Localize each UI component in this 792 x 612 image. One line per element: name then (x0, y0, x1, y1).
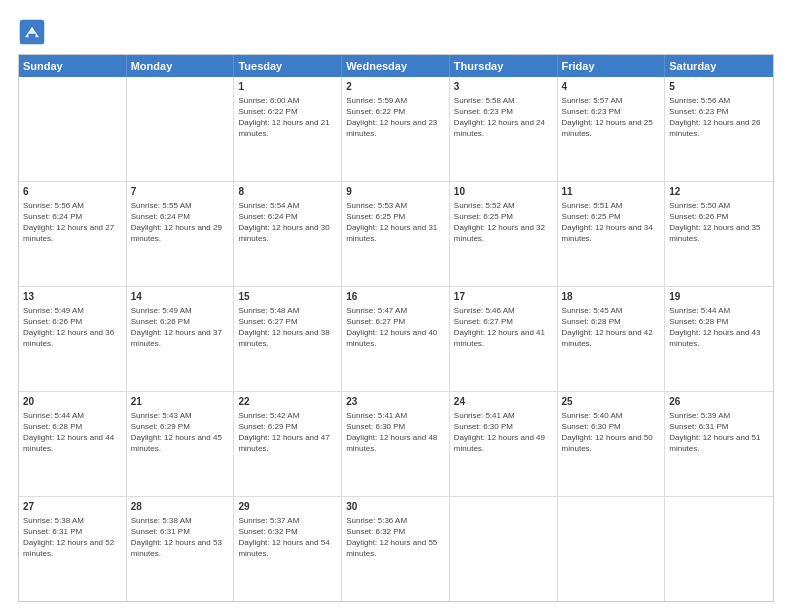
cell-details: Sunrise: 6:00 AMSunset: 6:22 PMDaylight:… (238, 95, 337, 140)
day-number: 10 (454, 185, 553, 199)
day-number: 11 (562, 185, 661, 199)
day-number: 26 (669, 395, 769, 409)
header-cell-thursday: Thursday (450, 55, 558, 77)
cell-details: Sunrise: 5:58 AMSunset: 6:23 PMDaylight:… (454, 95, 553, 140)
cell-details: Sunrise: 5:56 AMSunset: 6:24 PMDaylight:… (23, 200, 122, 245)
cal-cell: 26Sunrise: 5:39 AMSunset: 6:31 PMDayligh… (665, 392, 773, 496)
cell-details: Sunrise: 5:44 AMSunset: 6:28 PMDaylight:… (669, 305, 769, 350)
cal-cell: 1Sunrise: 6:00 AMSunset: 6:22 PMDaylight… (234, 77, 342, 181)
cal-cell: 30Sunrise: 5:36 AMSunset: 6:32 PMDayligh… (342, 497, 450, 601)
cell-details: Sunrise: 5:52 AMSunset: 6:25 PMDaylight:… (454, 200, 553, 245)
cal-cell (127, 77, 235, 181)
cal-cell: 13Sunrise: 5:49 AMSunset: 6:26 PMDayligh… (19, 287, 127, 391)
calendar-body: 1Sunrise: 6:00 AMSunset: 6:22 PMDaylight… (19, 77, 773, 601)
cell-details: Sunrise: 5:41 AMSunset: 6:30 PMDaylight:… (346, 410, 445, 455)
cal-cell: 19Sunrise: 5:44 AMSunset: 6:28 PMDayligh… (665, 287, 773, 391)
cell-details: Sunrise: 5:59 AMSunset: 6:22 PMDaylight:… (346, 95, 445, 140)
day-number: 30 (346, 500, 445, 514)
day-number: 16 (346, 290, 445, 304)
day-number: 8 (238, 185, 337, 199)
cal-cell: 27Sunrise: 5:38 AMSunset: 6:31 PMDayligh… (19, 497, 127, 601)
day-number: 4 (562, 80, 661, 94)
cal-cell: 12Sunrise: 5:50 AMSunset: 6:26 PMDayligh… (665, 182, 773, 286)
cal-cell: 2Sunrise: 5:59 AMSunset: 6:22 PMDaylight… (342, 77, 450, 181)
week-row-3: 13Sunrise: 5:49 AMSunset: 6:26 PMDayligh… (19, 286, 773, 391)
page: SundayMondayTuesdayWednesdayThursdayFrid… (0, 0, 792, 612)
cell-details: Sunrise: 5:45 AMSunset: 6:28 PMDaylight:… (562, 305, 661, 350)
cell-details: Sunrise: 5:49 AMSunset: 6:26 PMDaylight:… (131, 305, 230, 350)
cell-details: Sunrise: 5:56 AMSunset: 6:23 PMDaylight:… (669, 95, 769, 140)
cell-details: Sunrise: 5:43 AMSunset: 6:29 PMDaylight:… (131, 410, 230, 455)
logo-icon (18, 18, 46, 46)
cal-cell: 7Sunrise: 5:55 AMSunset: 6:24 PMDaylight… (127, 182, 235, 286)
header-cell-tuesday: Tuesday (234, 55, 342, 77)
cell-details: Sunrise: 5:37 AMSunset: 6:32 PMDaylight:… (238, 515, 337, 560)
cell-details: Sunrise: 5:38 AMSunset: 6:31 PMDaylight:… (131, 515, 230, 560)
day-number: 19 (669, 290, 769, 304)
cell-details: Sunrise: 5:55 AMSunset: 6:24 PMDaylight:… (131, 200, 230, 245)
cell-details: Sunrise: 5:41 AMSunset: 6:30 PMDaylight:… (454, 410, 553, 455)
day-number: 27 (23, 500, 122, 514)
week-row-1: 1Sunrise: 6:00 AMSunset: 6:22 PMDaylight… (19, 77, 773, 181)
cal-cell: 16Sunrise: 5:47 AMSunset: 6:27 PMDayligh… (342, 287, 450, 391)
cal-cell: 11Sunrise: 5:51 AMSunset: 6:25 PMDayligh… (558, 182, 666, 286)
cal-cell: 20Sunrise: 5:44 AMSunset: 6:28 PMDayligh… (19, 392, 127, 496)
cal-cell: 22Sunrise: 5:42 AMSunset: 6:29 PMDayligh… (234, 392, 342, 496)
cal-cell: 4Sunrise: 5:57 AMSunset: 6:23 PMDaylight… (558, 77, 666, 181)
day-number: 1 (238, 80, 337, 94)
cal-cell: 14Sunrise: 5:49 AMSunset: 6:26 PMDayligh… (127, 287, 235, 391)
cell-details: Sunrise: 5:53 AMSunset: 6:25 PMDaylight:… (346, 200, 445, 245)
cal-cell: 17Sunrise: 5:46 AMSunset: 6:27 PMDayligh… (450, 287, 558, 391)
cal-cell: 6Sunrise: 5:56 AMSunset: 6:24 PMDaylight… (19, 182, 127, 286)
week-row-4: 20Sunrise: 5:44 AMSunset: 6:28 PMDayligh… (19, 391, 773, 496)
day-number: 6 (23, 185, 122, 199)
header-cell-saturday: Saturday (665, 55, 773, 77)
header-cell-wednesday: Wednesday (342, 55, 450, 77)
cal-cell (450, 497, 558, 601)
cal-cell: 29Sunrise: 5:37 AMSunset: 6:32 PMDayligh… (234, 497, 342, 601)
calendar: SundayMondayTuesdayWednesdayThursdayFrid… (18, 54, 774, 602)
cal-cell: 5Sunrise: 5:56 AMSunset: 6:23 PMDaylight… (665, 77, 773, 181)
cal-cell: 25Sunrise: 5:40 AMSunset: 6:30 PMDayligh… (558, 392, 666, 496)
logo (18, 18, 50, 46)
cell-details: Sunrise: 5:51 AMSunset: 6:25 PMDaylight:… (562, 200, 661, 245)
cal-cell: 9Sunrise: 5:53 AMSunset: 6:25 PMDaylight… (342, 182, 450, 286)
day-number: 17 (454, 290, 553, 304)
cal-cell: 28Sunrise: 5:38 AMSunset: 6:31 PMDayligh… (127, 497, 235, 601)
day-number: 7 (131, 185, 230, 199)
day-number: 23 (346, 395, 445, 409)
day-number: 18 (562, 290, 661, 304)
cal-cell: 21Sunrise: 5:43 AMSunset: 6:29 PMDayligh… (127, 392, 235, 496)
cell-details: Sunrise: 5:42 AMSunset: 6:29 PMDaylight:… (238, 410, 337, 455)
header-cell-monday: Monday (127, 55, 235, 77)
cell-details: Sunrise: 5:38 AMSunset: 6:31 PMDaylight:… (23, 515, 122, 560)
cell-details: Sunrise: 5:50 AMSunset: 6:26 PMDaylight:… (669, 200, 769, 245)
cell-details: Sunrise: 5:40 AMSunset: 6:30 PMDaylight:… (562, 410, 661, 455)
header-cell-sunday: Sunday (19, 55, 127, 77)
cell-details: Sunrise: 5:47 AMSunset: 6:27 PMDaylight:… (346, 305, 445, 350)
cal-cell (558, 497, 666, 601)
day-number: 20 (23, 395, 122, 409)
cell-details: Sunrise: 5:44 AMSunset: 6:28 PMDaylight:… (23, 410, 122, 455)
cell-details: Sunrise: 5:49 AMSunset: 6:26 PMDaylight:… (23, 305, 122, 350)
day-number: 14 (131, 290, 230, 304)
day-number: 29 (238, 500, 337, 514)
cal-cell (19, 77, 127, 181)
calendar-header-row: SundayMondayTuesdayWednesdayThursdayFrid… (19, 55, 773, 77)
day-number: 28 (131, 500, 230, 514)
cal-cell: 23Sunrise: 5:41 AMSunset: 6:30 PMDayligh… (342, 392, 450, 496)
day-number: 24 (454, 395, 553, 409)
week-row-2: 6Sunrise: 5:56 AMSunset: 6:24 PMDaylight… (19, 181, 773, 286)
cal-cell (665, 497, 773, 601)
cell-details: Sunrise: 5:39 AMSunset: 6:31 PMDaylight:… (669, 410, 769, 455)
day-number: 3 (454, 80, 553, 94)
cell-details: Sunrise: 5:46 AMSunset: 6:27 PMDaylight:… (454, 305, 553, 350)
cal-cell: 24Sunrise: 5:41 AMSunset: 6:30 PMDayligh… (450, 392, 558, 496)
header-cell-friday: Friday (558, 55, 666, 77)
day-number: 15 (238, 290, 337, 304)
cal-cell: 3Sunrise: 5:58 AMSunset: 6:23 PMDaylight… (450, 77, 558, 181)
day-number: 9 (346, 185, 445, 199)
day-number: 2 (346, 80, 445, 94)
header (18, 18, 774, 46)
day-number: 12 (669, 185, 769, 199)
